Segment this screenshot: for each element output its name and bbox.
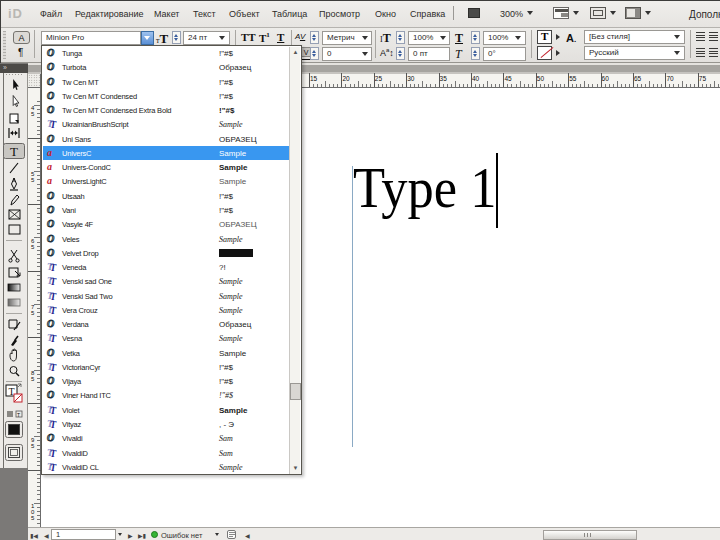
svg-text:T: T xyxy=(10,144,18,159)
svg-text:T: T xyxy=(17,412,20,418)
